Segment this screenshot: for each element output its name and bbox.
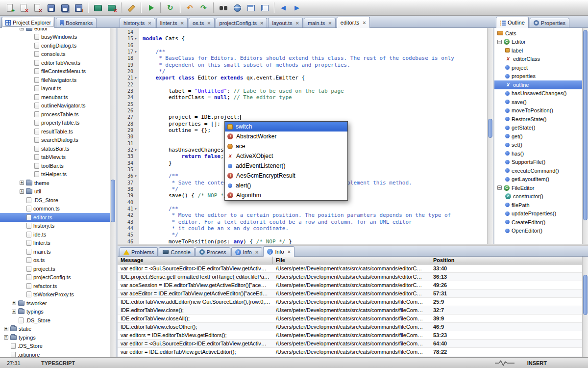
output-tab-process[interactable]: Process	[196, 247, 230, 256]
expand-toggle[interactable]: −	[20, 28, 24, 30]
tree-item-history-ts[interactable]: history.ts	[0, 222, 110, 231]
code-line[interactable]	[143, 101, 487, 107]
outline-tab-outline[interactable]: Outline	[496, 17, 529, 28]
editor-tab-editor-ts[interactable]: editor.ts×	[337, 17, 370, 28]
close-file-button[interactable]	[17, 1, 30, 14]
redo-button[interactable]	[197, 1, 210, 14]
tree-item-configdialog-ts[interactable]: configDialog.ts	[0, 41, 110, 50]
outline-item-getlayoutitem[interactable]: getLayoutItem()	[494, 175, 582, 184]
tree-item-statusbar-ts[interactable]: statusBar.ts	[0, 144, 110, 153]
editor-scrollbar[interactable]	[487, 28, 493, 244]
outline-item-openeditor[interactable]: OpenEditor()	[494, 227, 582, 236]
close-icon[interactable]: ×	[148, 20, 151, 26]
fold-icon[interactable]: ▼	[133, 175, 138, 178]
expand-toggle[interactable]: +	[12, 310, 16, 314]
column-header-position[interactable]: Position	[430, 257, 588, 264]
editor-tab-projectconfig-ts[interactable]: projectConfig.ts×	[216, 18, 268, 27]
expand-toggle[interactable]: +	[4, 335, 8, 340]
outline-item-updateproperties[interactable]: updateProperties()	[494, 210, 582, 218]
tree-item-ds-store[interactable]: .DS_Store	[0, 196, 110, 205]
outline-item-createeditor[interactable]: CreateEditor()	[494, 218, 582, 227]
editor-tab-os-ts[interactable]: os.ts×	[189, 18, 215, 27]
delete-file-button[interactable]	[31, 1, 44, 14]
fold-icon[interactable]: ▼	[133, 149, 138, 152]
column-header-message[interactable]: Message	[118, 257, 273, 264]
tree-item-searchdialog-ts[interactable]: searchDialog.ts	[0, 136, 110, 145]
tree-item-static[interactable]: +static	[0, 325, 110, 334]
outline-item-fileeditor[interactable]: −CFileEditor	[494, 184, 582, 192]
outline-view-button[interactable]	[245, 1, 257, 14]
tree-item-propertytable-ts[interactable]: propertyTable.ts	[0, 119, 110, 128]
close-icon[interactable]: ×	[328, 20, 331, 26]
fold-icon[interactable]: ▼	[133, 37, 138, 40]
table-row[interactable]: var editors = IDE.editorTabView.getEdito…	[118, 331, 582, 340]
autocomplete-item-switch[interactable]: switch	[225, 122, 347, 131]
tree-item-theme[interactable]: +theme	[0, 179, 110, 187]
autocomplete-item-ace[interactable]: ace	[225, 141, 347, 151]
expand-toggle[interactable]: +	[20, 189, 24, 194]
autocomplete-item-activexobject[interactable]: xActiveXObject	[225, 151, 347, 161]
explorer-tab-bookmarks[interactable]: Bookmarks	[56, 18, 97, 27]
expand-toggle[interactable]: +	[12, 301, 16, 305]
outline-item-filepath[interactable]: filePath	[494, 201, 582, 210]
close-icon[interactable]: ×	[295, 20, 298, 26]
tree-item-common-ts[interactable]: common.ts	[0, 205, 110, 213]
fold-icon[interactable]: ▼	[133, 77, 138, 79]
tree-item-ds-store[interactable]: .DS_Store	[0, 316, 110, 325]
tree-item-main-ts[interactable]: main.ts	[0, 247, 110, 256]
outline-item-properties[interactable]: properties	[494, 72, 582, 81]
tree-item-console-ts[interactable]: console.ts	[0, 50, 110, 59]
fold-icon[interactable]: ▼	[133, 208, 138, 210]
outline-item-cats[interactable]: Cats	[494, 29, 582, 38]
expand-toggle[interactable]: −	[497, 185, 502, 190]
column-header-file[interactable]: File	[273, 257, 430, 264]
outline-item-label[interactable]: label	[494, 46, 582, 55]
code-line[interactable]	[143, 107, 487, 114]
editor-tab-linter-ts[interactable]: linter.ts×	[156, 18, 188, 27]
code-line[interactable]: */	[143, 68, 487, 75]
scrollbar-thumb[interactable]	[583, 30, 588, 220]
output-tab-problems[interactable]: Problems	[120, 247, 158, 256]
expand-toggle[interactable]: +	[20, 181, 24, 185]
save-all-button[interactable]	[58, 1, 71, 14]
tree-item-projectconfig-ts[interactable]: projectConfig.ts	[0, 273, 110, 282]
autocomplete-item-aesgcmencryptresult[interactable]: IAesGcmEncryptResult	[225, 171, 347, 181]
code-line[interactable]: * BaseClass for Editors. Editors should …	[143, 55, 487, 61]
browse-button[interactable]	[231, 1, 244, 14]
editor-tab-layout-ts[interactable]: layout.ts×	[268, 18, 302, 27]
code-line[interactable]	[143, 81, 487, 88]
close-icon[interactable]: ×	[288, 249, 291, 255]
outline-item-hasunsavedchanges[interactable]: hasUnsavedChanges()	[494, 89, 582, 98]
table-row[interactable]: IDE.project.iSense.getFormattedTextForRa…	[118, 273, 582, 281]
scrollbar-thumb[interactable]	[583, 275, 588, 315]
tree-item-outlinenavigator-ts[interactable]: outlineNavigator.ts	[0, 102, 110, 110]
table-row[interactable]: IDE.editorTabView.closeOther();/Users/pe…	[118, 323, 582, 331]
close-icon[interactable]: ×	[207, 20, 210, 26]
outline-tab-properties[interactable]: Properties	[530, 18, 569, 27]
outline-item-get[interactable]: get()	[494, 132, 582, 141]
editor-tab-main-ts[interactable]: main.ts×	[304, 18, 336, 27]
refactor-button[interactable]	[125, 1, 138, 14]
close-icon[interactable]: ×	[255, 249, 258, 255]
code-line[interactable]: /**	[143, 49, 487, 55]
code-line[interactable]: project = IDE.project;	[143, 114, 487, 120]
expand-toggle[interactable]: −	[497, 40, 502, 44]
outline-scrollbar[interactable]	[582, 28, 588, 244]
code-line[interactable]: * dependent on this small subset of meth…	[143, 62, 487, 68]
table-row[interactable]: var editor = <Gui.SourceEditor>IDE.edito…	[118, 340, 582, 348]
tree-item-editor[interactable]: −editor	[0, 28, 110, 33]
fold-icon[interactable]: ▼	[133, 51, 138, 53]
file-tree-scrollbar[interactable]	[110, 28, 116, 357]
code-line[interactable]: * editor. For a text editorit could be a…	[143, 219, 487, 225]
tree-item-filecontextmenu-ts[interactable]: fileContextMenu.ts	[0, 67, 110, 76]
autocomplete-item-algorithm[interactable]: IAlgorithm	[225, 190, 347, 200]
tree-item-os-ts[interactable]: os.ts	[0, 256, 110, 265]
tree-item-processtable-ts[interactable]: processTable.ts	[0, 110, 110, 119]
tree-item-refactor-ts[interactable]: refactor.ts	[0, 282, 110, 290]
output-tab-info[interactable]: Info×	[231, 247, 263, 256]
tree-item-util[interactable]: +util	[0, 187, 110, 196]
outline-item-outline[interactable]: xoutline	[494, 80, 582, 89]
output-tab-info[interactable]: Info×	[263, 246, 294, 257]
code-line[interactable]: /**	[143, 206, 487, 212]
undo-button[interactable]	[184, 1, 196, 14]
